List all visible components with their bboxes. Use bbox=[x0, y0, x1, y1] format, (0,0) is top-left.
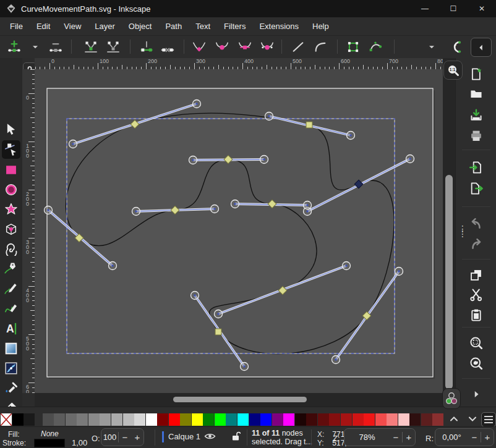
rotation-spinbox[interactable]: 0,00° − + bbox=[435, 428, 494, 446]
handle-endpoint[interactable] bbox=[69, 140, 77, 148]
palette-swatch[interactable] bbox=[353, 413, 364, 426]
canvas-drawing-area[interactable] bbox=[35, 69, 443, 393]
import-button[interactable] bbox=[468, 159, 485, 175]
handle-endpoint[interactable] bbox=[343, 262, 351, 270]
collapse-toolbar-button[interactable] bbox=[471, 38, 492, 57]
vertical-scrollbar[interactable] bbox=[443, 58, 455, 407]
make-curve-button[interactable] bbox=[312, 39, 328, 55]
handle-endpoint[interactable] bbox=[109, 262, 117, 270]
rotation-value[interactable]: 0,00° bbox=[435, 433, 468, 442]
palette-swatch[interactable] bbox=[169, 413, 180, 426]
palette-swatch[interactable] bbox=[24, 413, 35, 426]
horizontal-scrollbar-thumb[interactable] bbox=[173, 397, 307, 402]
minimize-button[interactable]: — bbox=[411, 0, 439, 17]
palette-swatch[interactable] bbox=[157, 413, 168, 426]
palette-swatch[interactable] bbox=[134, 413, 145, 426]
horizontal-ruler[interactable]: 0100200300400500600700800 bbox=[35, 58, 443, 69]
palette-swatch[interactable] bbox=[260, 413, 272, 426]
export-button[interactable] bbox=[468, 180, 485, 197]
menu-extensions[interactable]: Extensions bbox=[252, 17, 306, 36]
palette-swatch[interactable] bbox=[146, 413, 157, 426]
break-nodes-button[interactable] bbox=[105, 39, 121, 55]
redo-button[interactable] bbox=[468, 236, 485, 252]
object-to-path-button[interactable] bbox=[345, 39, 361, 55]
handle-endpoint[interactable] bbox=[45, 206, 53, 214]
menu-layer[interactable]: Layer bbox=[88, 17, 122, 36]
make-line-button[interactable] bbox=[290, 39, 306, 55]
close-button[interactable]: ✕ bbox=[468, 0, 496, 17]
palette-swatch[interactable] bbox=[12, 413, 24, 426]
palette-swatch[interactable] bbox=[318, 413, 329, 426]
paste-button[interactable] bbox=[468, 307, 485, 323]
delete-segment-button[interactable] bbox=[160, 39, 176, 55]
palette-swatch[interactable] bbox=[409, 413, 421, 426]
handle-endpoint[interactable] bbox=[347, 132, 355, 140]
delete-node-button[interactable] bbox=[48, 39, 64, 55]
dropper-tool[interactable] bbox=[2, 379, 20, 397]
spiral-tool[interactable] bbox=[2, 240, 20, 258]
insert-node-button[interactable] bbox=[6, 39, 22, 55]
palette-swatch[interactable] bbox=[226, 413, 237, 426]
opacity-increment-button[interactable]: + bbox=[131, 432, 143, 442]
palette-swatch[interactable] bbox=[375, 413, 387, 426]
duplicate-button[interactable] bbox=[468, 267, 485, 283]
expand-dialogs-button[interactable] bbox=[468, 386, 485, 402]
make-smooth-button[interactable] bbox=[214, 39, 230, 55]
zoom-selection-button[interactable] bbox=[468, 335, 485, 351]
handle-endpoint[interactable] bbox=[193, 100, 201, 108]
handle-endpoint[interactable] bbox=[132, 208, 140, 216]
vertical-ruler[interactable]: 0100200300400500600 bbox=[22, 69, 35, 393]
layer-name[interactable]: Calque 1 bbox=[168, 432, 200, 441]
undo-button[interactable] bbox=[468, 216, 485, 232]
ellipse-tool[interactable] bbox=[2, 180, 20, 199]
palette-swatch[interactable] bbox=[306, 413, 317, 426]
maximize-button[interactable]: ☐ bbox=[439, 0, 468, 17]
palette-swatch[interactable] bbox=[180, 413, 191, 426]
menu-help[interactable]: Help bbox=[306, 17, 336, 36]
join-with-segment-button[interactable] bbox=[139, 39, 155, 55]
stroke-to-path-button[interactable] bbox=[367, 39, 383, 55]
rotation-increment-button[interactable]: + bbox=[481, 432, 494, 442]
path-node-cusp[interactable] bbox=[215, 329, 221, 335]
handle-endpoint[interactable] bbox=[215, 310, 223, 318]
palette-swatch[interactable] bbox=[272, 413, 283, 426]
palette-swatch[interactable] bbox=[432, 413, 443, 426]
insert-node-options-dropdown[interactable] bbox=[27, 39, 43, 55]
make-symmetric-button[interactable] bbox=[237, 39, 253, 55]
opacity-decrement-button[interactable]: − bbox=[119, 432, 131, 442]
menu-edit[interactable]: Edit bbox=[30, 17, 57, 36]
calligraphy-tool[interactable] bbox=[2, 299, 20, 318]
stroke-color-swatch[interactable] bbox=[34, 439, 65, 447]
zoom-1-1-button[interactable]: 1:1 bbox=[443, 61, 463, 80]
layer-visibility-eye-icon[interactable] bbox=[204, 431, 216, 441]
snap-controls-button[interactable] bbox=[442, 388, 461, 409]
open-document-button[interactable] bbox=[468, 86, 485, 102]
zoom-increment-button[interactable]: + bbox=[403, 432, 415, 442]
print-button[interactable] bbox=[468, 128, 485, 144]
handle-endpoint[interactable] bbox=[304, 201, 312, 209]
menu-text[interactable]: Text bbox=[189, 17, 217, 36]
palette-swatch[interactable] bbox=[249, 413, 260, 426]
fill-value[interactable]: None bbox=[41, 429, 59, 438]
palette-swatch[interactable] bbox=[66, 413, 77, 426]
layer-lock-icon[interactable] bbox=[231, 431, 241, 441]
handle-endpoint[interactable] bbox=[332, 356, 340, 364]
star-tool[interactable] bbox=[2, 200, 20, 219]
handle-endpoint[interactable] bbox=[260, 156, 268, 164]
menu-view[interactable]: View bbox=[57, 17, 88, 36]
palette-swatch[interactable] bbox=[100, 413, 111, 426]
palette-swatch[interactable] bbox=[283, 413, 294, 426]
menu-object[interactable]: Object bbox=[122, 17, 159, 36]
mesh-gradient-tool[interactable] bbox=[2, 359, 20, 378]
palette-scroll-up-button[interactable] bbox=[447, 412, 461, 426]
palette-scroll-down-button[interactable] bbox=[465, 412, 480, 426]
palette-swatch[interactable] bbox=[203, 413, 214, 426]
box3d-tool[interactable] bbox=[2, 220, 20, 239]
rectangle-tool[interactable] bbox=[2, 161, 20, 179]
palette-swatch[interactable] bbox=[77, 413, 88, 426]
palette-swatch[interactable] bbox=[364, 413, 375, 426]
menu-filters[interactable]: Filters bbox=[217, 17, 252, 36]
text-tool[interactable]: A bbox=[2, 319, 20, 338]
make-auto-button[interactable] bbox=[259, 39, 275, 55]
zoom-drawing-button[interactable] bbox=[468, 355, 485, 371]
